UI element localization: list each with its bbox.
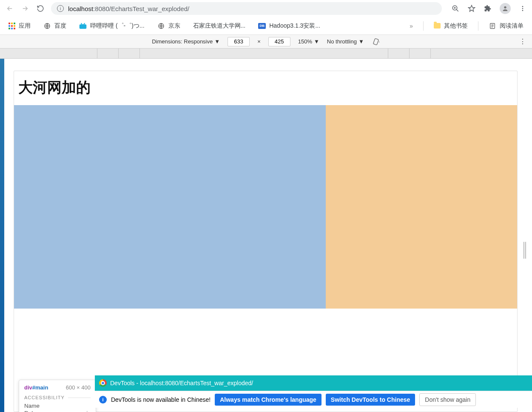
- chrome-logo-icon: [99, 379, 107, 387]
- bookmark-baidu[interactable]: 百度: [43, 22, 66, 30]
- tooltip-dims: 600 × 400: [66, 384, 91, 391]
- inspector-tooltip: div#main 600 × 400 ACCESSIBILITY Name Ro…: [19, 380, 96, 412]
- chevron-down-icon: ▼: [214, 38, 220, 45]
- tooltip-section-heading: ACCESSIBILITY: [24, 395, 91, 400]
- viewport-area: 大河网加的 div#main 600 × 400 ACCESSIBILITY N…: [0, 59, 532, 412]
- other-bookmarks[interactable]: 其他书签: [434, 22, 468, 30]
- throttling-select[interactable]: No throttling ▼: [327, 38, 364, 45]
- separator: [478, 21, 478, 31]
- always-match-button[interactable]: Always match Chrome's language: [215, 394, 321, 406]
- bookmark-jd[interactable]: 京东: [157, 22, 180, 30]
- dimensions-select[interactable]: Dimensions: Responsive ▼: [152, 38, 220, 45]
- apps-button[interactable]: 应用: [9, 22, 31, 30]
- apps-grid-icon: [9, 23, 15, 29]
- tooltip-name-label: Name: [24, 403, 40, 409]
- devtools-titlebar[interactable]: DevTools - localhost:8080/EchartsTest_wa…: [95, 375, 532, 391]
- browser-toolbar: i localhost:8080/EchartsTest_war_explode…: [0, 0, 532, 17]
- switch-devtools-button[interactable]: Switch DevTools to Chinese: [326, 394, 415, 406]
- reload-button[interactable]: [36, 4, 45, 13]
- bookmark-bilibili[interactable]: 哔哩哔哩 (゜-゜)つ...: [79, 22, 145, 30]
- reading-list[interactable]: 阅读清单: [489, 22, 523, 30]
- extensions-icon[interactable]: [484, 4, 492, 13]
- chevron-down-icon: ▼: [358, 38, 364, 45]
- back-button[interactable]: [5, 4, 14, 13]
- svg-point-4: [522, 10, 523, 11]
- bilibili-icon: [79, 22, 87, 30]
- reading-list-icon: [489, 22, 496, 30]
- chart-area-left: [14, 105, 326, 309]
- info-icon: i: [99, 396, 107, 403]
- left-task-rail: [0, 59, 4, 412]
- tooltip-selector: div#main: [24, 384, 48, 391]
- chrome-menu-icon[interactable]: [518, 4, 527, 13]
- tooltip-role-value: generic: [72, 410, 91, 412]
- bookmark-sjztd[interactable]: 石家庄铁道大学网...: [193, 22, 246, 30]
- globe-icon: [43, 22, 51, 30]
- device-toolbar: Dimensions: Responsive ▼ × 150% ▼ No thr…: [0, 35, 532, 49]
- globe-icon: [157, 22, 165, 30]
- tooltip-role-label: Role: [24, 410, 36, 412]
- svg-point-1: [504, 6, 506, 9]
- forward-button[interactable]: [20, 4, 30, 13]
- svg-point-2: [522, 6, 523, 7]
- svg-point-3: [522, 8, 523, 9]
- bookmarks-bar: 应用 百度 哔哩哔哩 (゜-゜)つ... 京东 石家庄铁道大学网... DBHa…: [0, 17, 532, 35]
- folder-icon: [434, 23, 441, 29]
- profile-avatar[interactable]: [500, 3, 511, 14]
- resize-handle[interactable]: [523, 242, 527, 259]
- favicon-icon: DB: [258, 23, 266, 29]
- devtools-language-bar: i DevTools is now available in Chinese! …: [95, 391, 532, 408]
- bookmark-star-icon[interactable]: [467, 4, 476, 13]
- devtools-title: DevTools - localhost:8080/EchartsTest_wa…: [110, 380, 253, 386]
- chart-area-right: [326, 105, 517, 309]
- ruler: [0, 49, 532, 59]
- lang-message: DevTools is now available in Chinese!: [111, 396, 211, 403]
- chart-main[interactable]: [14, 105, 517, 309]
- width-input[interactable]: [228, 37, 250, 46]
- svg-rect-9: [373, 38, 378, 45]
- site-info-icon[interactable]: i: [57, 5, 64, 12]
- toolbar-right: [451, 3, 527, 14]
- url-text: localhost:8080/EchartsTest_war_exploded/: [68, 5, 189, 12]
- rotate-icon[interactable]: [372, 37, 380, 46]
- device-toolbar-menu[interactable]: ⋮: [519, 37, 526, 46]
- url-bar[interactable]: i localhost:8080/EchartsTest_war_explode…: [51, 2, 442, 15]
- bookmark-hadoop[interactable]: DBHadoop3.1.3安装...: [258, 22, 320, 30]
- page-frame: 大河网加的: [14, 71, 518, 412]
- dim-separator: ×: [257, 38, 261, 45]
- dont-show-button[interactable]: Don't show again: [419, 393, 476, 406]
- separator: [423, 21, 424, 31]
- bookmark-overflow[interactable]: »: [410, 23, 413, 29]
- zoom-select[interactable]: 150% ▼: [298, 38, 319, 45]
- chevron-down-icon: ▼: [314, 38, 319, 45]
- height-input[interactable]: [268, 37, 290, 46]
- zoom-icon[interactable]: [451, 4, 460, 13]
- page-title: 大河网加的: [14, 76, 517, 105]
- apps-label: 应用: [19, 22, 31, 30]
- svg-rect-6: [80, 24, 87, 29]
